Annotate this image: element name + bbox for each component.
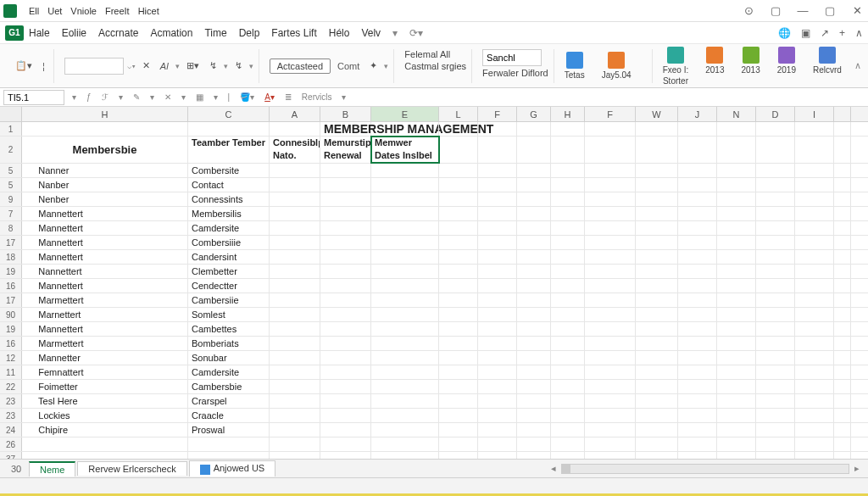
cell[interactable] xyxy=(717,380,756,393)
cell[interactable] xyxy=(636,308,678,321)
cell[interactable] xyxy=(551,137,585,163)
row-header[interactable]: 16 xyxy=(0,337,22,350)
cell[interactable] xyxy=(717,423,756,437)
cell[interactable] xyxy=(270,236,320,249)
cell[interactable] xyxy=(270,164,320,177)
cell[interactable] xyxy=(834,380,851,393)
cell[interactable] xyxy=(678,250,717,264)
rervicls-label[interactable]: Rervicls xyxy=(299,92,335,102)
ribbon-label[interactable]: Felemal All xyxy=(404,49,450,59)
row-header[interactable]: 5 xyxy=(0,164,22,177)
cell[interactable]: Cambersiie xyxy=(188,293,270,307)
col-header[interactable] xyxy=(834,107,851,121)
cell[interactable] xyxy=(756,137,795,163)
cell[interactable] xyxy=(756,394,795,408)
cell[interactable] xyxy=(551,293,585,307)
col-header[interactable]: H xyxy=(22,107,188,121)
cell[interactable] xyxy=(478,122,517,136)
cell[interactable] xyxy=(795,409,834,422)
cell[interactable] xyxy=(717,192,756,206)
cell[interactable] xyxy=(551,207,585,220)
cell[interactable] xyxy=(320,250,371,264)
cell[interactable] xyxy=(551,337,585,350)
dropdown-icon[interactable]: ▾ xyxy=(179,92,188,102)
cell[interactable] xyxy=(320,394,371,408)
cell[interactable] xyxy=(717,409,756,422)
cell[interactable] xyxy=(551,394,585,408)
cell[interactable] xyxy=(439,394,478,408)
cell[interactable] xyxy=(270,279,320,293)
cell[interactable] xyxy=(371,279,439,293)
cell[interactable] xyxy=(270,207,320,220)
cell[interactable] xyxy=(439,221,478,235)
cell[interactable] xyxy=(756,207,795,220)
cell[interactable] xyxy=(371,365,439,379)
window-btn[interactable]: ⊙ xyxy=(741,4,756,17)
cell[interactable] xyxy=(756,122,795,136)
cell[interactable] xyxy=(188,122,270,136)
cell[interactable] xyxy=(834,365,851,379)
cell[interactable] xyxy=(478,337,517,350)
cell[interactable] xyxy=(678,279,717,293)
cell[interactable] xyxy=(517,423,551,437)
cell[interactable]: Foimetter xyxy=(22,380,188,393)
sheet-tab[interactable]: Neme xyxy=(29,461,75,476)
cell[interactable] xyxy=(717,207,756,220)
cell[interactable] xyxy=(517,122,551,136)
dropdown-icon[interactable]: ▾ xyxy=(339,92,348,102)
cell[interactable] xyxy=(478,365,517,379)
col-header[interactable]: C xyxy=(188,107,270,121)
row-header[interactable]: 9 xyxy=(0,192,22,206)
col-header[interactable]: J xyxy=(678,107,717,121)
cell[interactable] xyxy=(795,122,834,136)
cell[interactable] xyxy=(371,221,439,235)
cell[interactable] xyxy=(270,437,320,451)
cell[interactable] xyxy=(795,394,834,408)
cell[interactable] xyxy=(795,351,834,365)
cell[interactable] xyxy=(834,207,851,220)
dropdown-icon[interactable]: ▾ xyxy=(116,92,125,102)
cell[interactable] xyxy=(371,236,439,249)
row-header[interactable]: 24 xyxy=(0,423,22,437)
cell[interactable] xyxy=(270,308,320,321)
cell[interactable] xyxy=(320,437,371,451)
cell[interactable] xyxy=(636,265,678,278)
cell[interactable] xyxy=(834,122,851,136)
cell[interactable] xyxy=(795,337,834,350)
cell[interactable] xyxy=(756,236,795,249)
cell[interactable]: Mannettert xyxy=(22,279,188,293)
cell[interactable] xyxy=(478,322,517,336)
cell[interactable] xyxy=(834,236,851,249)
cell[interactable]: Combersiiie xyxy=(188,236,270,249)
cell[interactable] xyxy=(834,351,851,365)
cell[interactable] xyxy=(636,409,678,422)
cell[interactable] xyxy=(551,409,585,422)
col-header[interactable]: G xyxy=(517,107,551,121)
cell[interactable] xyxy=(585,122,636,136)
cell[interactable] xyxy=(756,380,795,393)
cell[interactable] xyxy=(371,164,439,177)
ribbon-button-accessed[interactable]: Actcasteed xyxy=(270,59,331,74)
cell[interactable] xyxy=(795,380,834,393)
cell[interactable]: Cambersbie xyxy=(188,380,270,393)
cell[interactable] xyxy=(636,221,678,235)
cell[interactable] xyxy=(478,137,517,163)
cell[interactable]: Crarspel xyxy=(188,394,270,408)
cell[interactable] xyxy=(678,164,717,177)
cell[interactable] xyxy=(678,192,717,206)
maximize-button[interactable]: ▢ xyxy=(822,4,837,17)
row-header[interactable]: 17 xyxy=(0,293,22,307)
col-header[interactable]: L xyxy=(439,107,478,121)
cell[interactable] xyxy=(636,250,678,264)
cell[interactable] xyxy=(478,236,517,249)
cell[interactable]: Craacle xyxy=(188,409,270,422)
dropdown-icon[interactable]: ▾ xyxy=(211,92,220,102)
col-header[interactable]: F xyxy=(585,107,636,121)
cell[interactable]: Mannettert xyxy=(22,207,188,220)
cell[interactable]: Marnettert xyxy=(22,308,188,321)
cell[interactable] xyxy=(270,365,320,379)
cell[interactable] xyxy=(795,437,834,451)
menubar-icon[interactable]: ∧ xyxy=(855,27,863,39)
dropdown-icon[interactable]: ▾ xyxy=(147,92,157,102)
row-header[interactable]: 5 xyxy=(0,178,22,192)
